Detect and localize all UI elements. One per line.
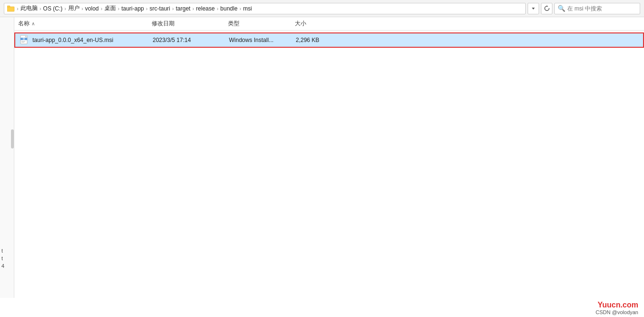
svg-rect-9 [21, 41, 25, 42]
svg-rect-10 [21, 42, 24, 42]
path-seg-6[interactable]: src-tauri [149, 5, 170, 12]
path-seg-4[interactable]: 桌面 [104, 4, 116, 12]
col-date-label: 修改日期 [152, 20, 175, 27]
sep-6: › [146, 6, 148, 11]
sep-7: › [172, 6, 174, 11]
svg-rect-1 [7, 6, 10, 7]
file-area: 名称 ∧ 修改日期 类型 大小 [14, 17, 644, 298]
path-seg-3[interactable]: volod [85, 5, 99, 12]
path-seg-8[interactable]: bundle [220, 5, 238, 12]
watermark-main: Yuucn.com [598, 301, 638, 309]
path-seg-0[interactable]: 此电脑 [21, 4, 38, 12]
footer: Yuucn.com CSDN @volodyan [0, 298, 644, 317]
sidebar-label-2: 4 [0, 263, 14, 269]
sep-10: › [239, 6, 241, 11]
address-path[interactable]: › 此电脑 › OS (C:) › 用户 › volod › 桌面 › taur… [4, 3, 526, 14]
svg-point-8 [23, 39, 24, 40]
path-seg-release[interactable]: release [196, 5, 215, 12]
col-size-label: 大小 [295, 20, 306, 27]
sep-4: › [101, 6, 103, 11]
svg-marker-2 [532, 8, 535, 10]
refresh-button[interactable] [541, 3, 552, 14]
file-size: 2,296 KB [296, 37, 343, 43]
path-seg-7[interactable]: target [176, 5, 190, 12]
file-icon-msi [19, 35, 30, 45]
main-area: t t 4 名称 ∧ 修改日期 类型 大小 [0, 17, 644, 298]
col-name-label: 名称 [18, 20, 30, 28]
address-bar: › 此电脑 › OS (C:) › 用户 › volod › 桌面 › taur… [0, 0, 644, 17]
col-header-name[interactable]: 名称 ∧ [18, 20, 152, 28]
col-type-label: 类型 [228, 20, 239, 27]
path-seg-5[interactable]: tauri-app [121, 5, 144, 12]
path-folder-icon[interactable] [7, 5, 15, 12]
col-header-date[interactable]: 修改日期 [152, 20, 228, 28]
table-row[interactable]: tauri-app_0.0.0_x64_en-US.msi 2023/3/5 1… [14, 32, 644, 48]
sep-1: › [40, 6, 42, 11]
sidebar-labels: t t 4 [0, 247, 14, 269]
svg-marker-3 [547, 5, 548, 7]
sidebar-label-1: t [0, 255, 14, 262]
sidebar: t t 4 [0, 17, 14, 298]
svg-rect-0 [7, 7, 14, 11]
sidebar-label-0: t [0, 247, 14, 254]
column-headers: 名称 ∧ 修改日期 类型 大小 [14, 17, 644, 31]
sep-2: › [64, 6, 66, 11]
sidebar-scrollbar[interactable] [11, 129, 14, 148]
search-icon: 🔍 [558, 5, 565, 12]
file-name: tauri-app_0.0.0_x64_en-US.msi [32, 37, 153, 43]
watermark-sub: CSDN @volodyan [596, 309, 638, 315]
sep-9: › [217, 6, 218, 11]
path-seg-1[interactable]: OS (C:) [43, 5, 62, 12]
address-actions [528, 3, 552, 14]
file-type: Windows Install... [229, 37, 296, 43]
col-header-type[interactable]: 类型 [228, 20, 295, 28]
search-box[interactable]: 🔍 [554, 3, 640, 14]
path-seg-2[interactable]: 用户 [68, 4, 80, 12]
sort-arrow-icon: ∧ [31, 21, 35, 26]
col-header-size[interactable]: 大小 [295, 20, 343, 28]
file-date: 2023/3/5 17:14 [153, 37, 229, 43]
path-seg-9[interactable]: msi [243, 5, 252, 12]
sep-0: › [17, 6, 19, 11]
dropdown-button[interactable] [528, 3, 539, 14]
sep-5: › [118, 6, 120, 11]
search-input[interactable] [567, 5, 637, 12]
sep-3: › [82, 6, 83, 11]
file-list: tauri-app_0.0.0_x64_en-US.msi 2023/3/5 1… [14, 31, 644, 298]
sep-8: › [192, 6, 194, 11]
